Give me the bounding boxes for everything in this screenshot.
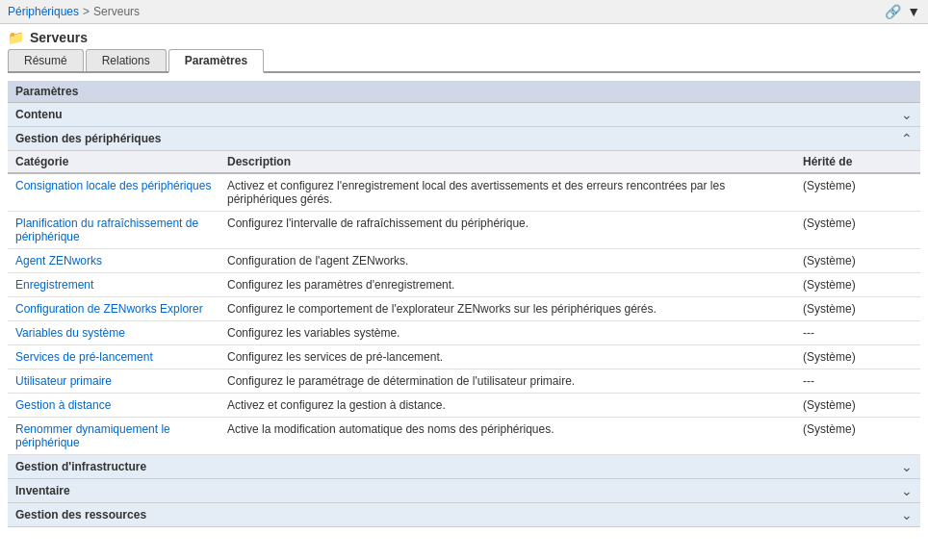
description-cell: Activez et configurez l'enregistrement l… <box>219 173 795 212</box>
description-cell: Configurez les variables système. <box>219 321 795 345</box>
description-cell: Configurez le comportement de l'explorat… <box>219 297 795 321</box>
section-title: Paramètres <box>8 81 920 103</box>
description-cell: Activez et configurez la gestion à dista… <box>219 394 795 418</box>
tabs: Résumé Relations Paramètres <box>8 49 920 73</box>
top-bar: Périphériques > Serveurs 🔗 ▼ <box>0 0 928 24</box>
inherited-cell: (Système) <box>795 345 920 369</box>
infra-collapse-icon: ⌄ <box>901 459 913 474</box>
inventaire-collapse-icon: ⌄ <box>901 483 913 498</box>
table-row: Gestion à distanceActivez et configurez … <box>8 394 920 418</box>
category-link[interactable]: Renommer dynamiquement le périphérique <box>15 422 170 449</box>
group-infra[interactable]: Gestion d'infrastructure ⌄ <box>8 455 920 479</box>
description-cell: Configurez les paramètres d'enregistreme… <box>219 273 795 297</box>
inherited-cell: (Système) <box>795 297 920 321</box>
category-link[interactable]: Consignation locale des périphériques <box>15 179 211 192</box>
group-contenu-label: Contenu <box>15 108 63 121</box>
inherited-cell: (Système) <box>795 273 920 297</box>
contenu-collapse-icon: ⌄ <box>901 107 913 122</box>
category-link[interactable]: Variables du système <box>15 326 125 340</box>
table-row: Consignation locale des périphériquesAct… <box>8 173 920 212</box>
category-link[interactable]: Planification du rafraîchissement de pér… <box>15 216 198 243</box>
table-row: Renommer dynamiquement le périphériqueAc… <box>8 418 920 455</box>
table-row: Utilisateur primaireConfigurez le paramé… <box>8 369 920 394</box>
table-row: Services de pré-lancementConfigurez les … <box>8 345 920 369</box>
group-gestion-periph-label: Gestion des périphériques <box>15 132 161 145</box>
ressources-collapse-icon: ⌄ <box>901 507 913 522</box>
group-ressources[interactable]: Gestion des ressources ⌄ <box>8 503 920 527</box>
category-link[interactable]: Agent ZENworks <box>15 254 102 267</box>
breadcrumb-current: Serveurs <box>93 5 140 18</box>
category-link[interactable]: Enregistrement <box>15 278 93 292</box>
th-description: Description <box>219 151 795 173</box>
inherited-cell: (Système) <box>795 173 920 212</box>
description-cell: Configurez le paramétrage de déterminati… <box>219 369 795 394</box>
inherited-cell: (Système) <box>795 212 920 249</box>
description-cell: Configuration de l'agent ZENworks. <box>219 249 795 273</box>
description-cell: Configurez les services de pré-lancement… <box>219 345 795 369</box>
table-row: EnregistrementConfigurez les paramètres … <box>8 273 920 297</box>
category-link[interactable]: Utilisateur primaire <box>15 374 112 388</box>
dropdown-icon[interactable]: ▼ <box>907 4 920 19</box>
group-infra-label: Gestion d'infrastructure <box>15 460 146 473</box>
tab-relations[interactable]: Relations <box>86 49 167 71</box>
description-cell: Active la modification automatique des n… <box>219 418 795 455</box>
table-row: Agent ZENworksConfiguration de l'agent Z… <box>8 249 920 273</box>
description-cell: Configurez l'intervalle de rafraîchissem… <box>219 212 795 249</box>
group-inventaire[interactable]: Inventaire ⌄ <box>8 479 920 503</box>
tab-parametres[interactable]: Paramètres <box>168 49 264 73</box>
page-title: Serveurs <box>30 30 88 45</box>
category-link[interactable]: Configuration de ZENworks Explorer <box>15 302 203 316</box>
tab-resume[interactable]: Résumé <box>8 49 84 71</box>
breadcrumb: Périphériques > Serveurs <box>8 5 140 18</box>
folder-icon: 📁 <box>8 30 24 45</box>
inherited-cell: (Système) <box>795 418 920 455</box>
group-ressources-label: Gestion des ressources <box>15 508 146 522</box>
params-table: Catégorie Description Hérité de Consigna… <box>8 151 920 455</box>
breadcrumb-separator: > <box>83 5 90 18</box>
inherited-cell: (Système) <box>795 394 920 418</box>
top-bar-icons: 🔗 ▼ <box>885 4 920 19</box>
group-inventaire-label: Inventaire <box>15 484 70 497</box>
th-inherited: Hérité de <box>795 151 920 173</box>
category-link[interactable]: Gestion à distance <box>15 398 111 412</box>
table-row: Variables du systèmeConfigurez les varia… <box>8 321 920 345</box>
link-icon[interactable]: 🔗 <box>885 4 901 19</box>
inherited-cell: --- <box>795 369 920 394</box>
table-row: Planification du rafraîchissement de pér… <box>8 212 920 249</box>
inherited-cell: --- <box>795 321 920 345</box>
breadcrumb-parent[interactable]: Périphériques <box>8 5 79 18</box>
group-contenu[interactable]: Contenu ⌄ <box>8 103 920 127</box>
category-link[interactable]: Services de pré-lancement <box>15 350 153 364</box>
group-gestion-periph[interactable]: Gestion des périphériques ⌃ <box>8 127 920 151</box>
page-header: 📁 Serveurs Résumé Relations Paramètres <box>0 24 928 73</box>
th-category: Catégorie <box>8 151 219 173</box>
table-row: Configuration de ZENworks ExplorerConfig… <box>8 297 920 321</box>
inherited-cell: (Système) <box>795 249 920 273</box>
gestion-periph-collapse-icon: ⌃ <box>901 131 913 146</box>
content-area: Paramètres Contenu ⌄ Gestion des périphé… <box>0 73 928 535</box>
